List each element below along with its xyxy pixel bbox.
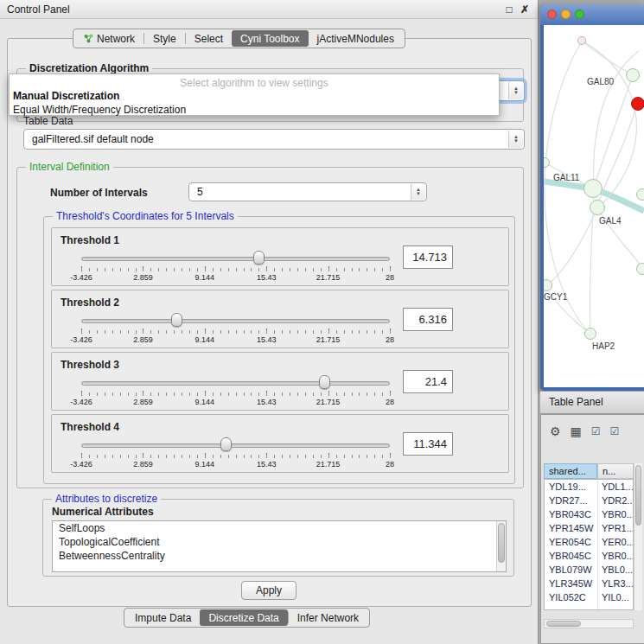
column-header-name[interactable]: n...	[597, 463, 634, 479]
checkbox-icon[interactable]: ☑	[610, 425, 620, 437]
threshold-slider[interactable]: -3.426 2.859 9.144 15.43 21.715 28	[81, 373, 390, 408]
scrollbar-thumb[interactable]	[546, 621, 581, 627]
slider-track[interactable]	[81, 319, 390, 323]
apply-button[interactable]: Apply	[241, 581, 296, 600]
number-of-intervals-select[interactable]: 5 ▲▼	[188, 182, 427, 201]
table-body: YDL19...YDL1... YDR27...YDR2... YBR043CY…	[544, 479, 634, 610]
cell-shared-name[interactable]: YDL19...	[549, 480, 586, 494]
network-node[interactable]	[636, 263, 644, 275]
cell-shared-name[interactable]: YDR27...	[549, 494, 588, 507]
tab-select[interactable]: Select	[186, 30, 232, 47]
table-row[interactable]: YLR345WYLR3...	[545, 577, 633, 590]
table-vertical-scrollbar[interactable]	[634, 463, 642, 610]
list-item[interactable]: TopologicalCoefficient	[53, 535, 506, 549]
slider-thumb[interactable]	[171, 313, 182, 327]
cell-shared-name[interactable]: YBR045C	[549, 549, 591, 563]
control-panel-titlebar[interactable]: Control Panel □ ✗	[0, 0, 538, 19]
dropdown-option-manual-discretization[interactable]: Manual Discretization	[10, 89, 499, 103]
threshold-slider[interactable]: -3.426 2.859 9.144 15.43 21.715 28	[81, 249, 390, 284]
table-data-select[interactable]: galFiltered.sif default node ▲▼	[23, 129, 525, 150]
tab-discretize-data[interactable]: Discretize Data	[200, 609, 287, 626]
table-panel-header[interactable]: Table Panel	[540, 391, 644, 414]
threshold-slider[interactable]: -3.426 2.859 9.144 15.43 21.715 28	[81, 436, 390, 470]
cell-shared-name[interactable]: YLR345W	[549, 577, 592, 590]
tick-label: -3.426	[70, 398, 92, 406]
table-row[interactable]: YER054CYER0...	[545, 535, 633, 549]
cell-name[interactable]: YDL1...	[602, 480, 634, 494]
table-row[interactable]: YIL052CYIL0...	[545, 590, 633, 604]
combo-stepper-icon[interactable]: ▲▼	[508, 131, 523, 148]
cell-name[interactable]: YBL0...	[602, 563, 633, 577]
cell-name[interactable]: YER0...	[602, 535, 634, 549]
list-item[interactable]: SelfLoops	[53, 521, 506, 535]
list-item[interactable]: BetweennessCentrality	[53, 549, 506, 563]
slider-thumb[interactable]	[253, 251, 265, 265]
cell-shared-name[interactable]: YBL079W	[549, 563, 592, 577]
table-row[interactable]: YBR045CYBR0...	[545, 549, 633, 563]
cell-shared-name[interactable]: YBR043C	[549, 507, 591, 521]
table-row[interactable]: YBL079WYBL0...	[545, 563, 633, 577]
threshold-label: Threshold 3	[61, 359, 119, 371]
slider-thumb[interactable]	[220, 437, 232, 451]
tab-cyni-toolbox[interactable]: Cyni Toolbox	[232, 30, 308, 47]
scrollbar-thumb[interactable]	[498, 523, 505, 563]
threshold-value-field[interactable]: 21.4	[403, 370, 453, 393]
tick-label: 9.144	[195, 460, 215, 469]
combo-stepper-icon[interactable]: ▲▼	[411, 184, 425, 200]
close-traffic-light-icon[interactable]	[547, 10, 557, 19]
network-view-window[interactable]: GAL80 GAL11 GAL4 GCY1 HAP2	[540, 4, 644, 391]
network-node[interactable]	[577, 36, 586, 45]
zoom-traffic-light-icon[interactable]	[575, 10, 584, 19]
slider-track[interactable]	[81, 381, 390, 386]
scrollbar-thumb[interactable]	[635, 465, 641, 526]
dropdown-option-equal-width-frequency[interactable]: Equal Width/Frequency Discretization	[10, 103, 499, 117]
network-node-gal4[interactable]	[590, 200, 605, 215]
select-all-checkbox-icon[interactable]: ☑	[591, 425, 601, 437]
columns-icon[interactable]: ▦	[571, 425, 582, 437]
cell-name[interactable]: YLR3...	[602, 577, 634, 590]
column-header-shared-name[interactable]: shared...	[544, 463, 597, 479]
cell-shared-name[interactable]: YPR145W	[549, 521, 593, 535]
threshold-value-field[interactable]: 6.316	[403, 308, 453, 331]
tab-network[interactable]: Network	[75, 30, 143, 47]
network-node-hap2[interactable]	[584, 328, 596, 340]
cell-name[interactable]: YIL0...	[602, 590, 629, 604]
network-window-titlebar[interactable]	[540, 4, 644, 25]
tab-style[interactable]: Style	[144, 30, 185, 47]
threshold-value-field[interactable]: 14.713	[403, 245, 453, 269]
cell-shared-name[interactable]: YER054C	[549, 535, 591, 549]
list-scrollbar[interactable]	[496, 521, 506, 571]
slider-track[interactable]	[81, 443, 390, 448]
minimize-traffic-light-icon[interactable]	[561, 10, 571, 19]
table-row[interactable]: YBR043CYBR0...	[545, 507, 633, 521]
cell-name[interactable]: YBR0...	[602, 549, 634, 563]
network-node[interactable]	[636, 188, 644, 201]
combo-stepper-icon[interactable]: ▲▼	[508, 82, 523, 99]
table-horizontal-scrollbar[interactable]	[544, 619, 634, 628]
slider-track[interactable]	[81, 257, 390, 261]
cell-shared-name[interactable]: YIL052C	[549, 590, 586, 604]
table-row[interactable]: YPR145WYPR1...	[545, 521, 633, 535]
table-row[interactable]: YDR27...YDR2...	[545, 494, 633, 507]
threshold-slider[interactable]: -3.426 2.859 9.144 15.43 21.715 28	[81, 311, 390, 346]
slider-thumb[interactable]	[319, 375, 330, 389]
network-node[interactable]	[626, 68, 640, 82]
gear-icon[interactable]: ⚙	[550, 425, 561, 437]
numerical-attributes-list[interactable]: SelfLoops TopologicalCoefficient Between…	[52, 520, 507, 572]
tab-label: Style	[153, 33, 176, 45]
network-node-gal11[interactable]	[583, 179, 603, 198]
cell-name[interactable]: YPR1...	[602, 521, 634, 535]
tab-infer-network[interactable]: Infer Network	[289, 609, 367, 626]
minimize-icon[interactable]: □	[502, 3, 516, 16]
cell-name[interactable]: YDR2...	[602, 494, 634, 507]
close-icon[interactable]: ✗	[518, 3, 532, 16]
control-panel-window: Control Panel □ ✗ Network Style Select C…	[0, 0, 539, 644]
threshold-value-field[interactable]: 11.344	[403, 432, 453, 456]
tab-impute-data[interactable]: Impute Data	[126, 609, 200, 626]
network-node-selected[interactable]	[631, 97, 644, 111]
node-label: GAL80	[587, 77, 614, 86]
tab-jactivemnodules[interactable]: jActiveMNodules	[309, 30, 403, 47]
table-row[interactable]: YDL19...YDL1...	[545, 480, 633, 494]
network-canvas[interactable]: GAL80 GAL11 GAL4 GCY1 HAP2	[544, 25, 644, 387]
cell-name[interactable]: YBR0...	[602, 507, 634, 521]
